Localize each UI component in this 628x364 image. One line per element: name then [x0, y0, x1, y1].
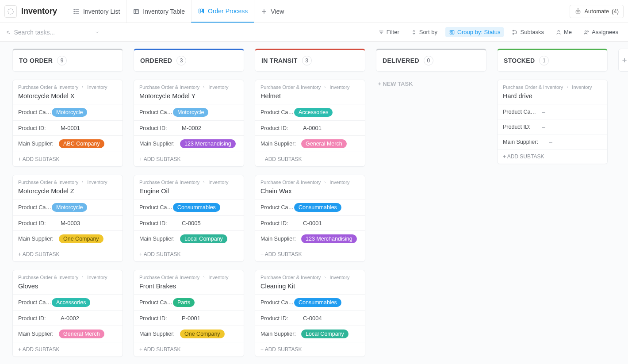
svg-point-31 [585, 31, 587, 32]
search-input[interactable] [14, 29, 92, 36]
robot-icon [574, 8, 582, 15]
field-product-cat-label: Product Cat... [260, 204, 294, 211]
add-subtask-button[interactable]: + ADD SUBTASK [134, 152, 244, 166]
breadcrumb[interactable]: Purchase Order & InventoryInventory [13, 80, 123, 92]
product-cat-pill[interactable]: Accessories [294, 108, 333, 117]
breadcrumb[interactable]: Purchase Order & InventoryInventory [498, 80, 607, 92]
column-header[interactable]: IN TRANSIT3 [255, 49, 365, 72]
supplier-pill[interactable]: One Company [180, 330, 225, 338]
add-subtask-button[interactable]: + ADD SUBTASK [255, 152, 365, 166]
supplier-pill[interactable]: 123 Merchandising [301, 234, 357, 243]
product-cat-pill[interactable]: Consummables [294, 203, 341, 212]
group-by-button[interactable]: Group by: Status [445, 27, 504, 37]
chevron-right-icon [323, 85, 327, 89]
column-header[interactable]: TO ORDER9 [12, 49, 123, 72]
breadcrumb[interactable]: Purchase Order & InventoryInventory [255, 80, 365, 92]
svg-point-29 [513, 33, 514, 34]
column-name: IN TRANSIT [261, 57, 298, 64]
add-subtask-button[interactable]: + ADD SUBTASK [255, 247, 365, 261]
supplier-pill[interactable]: Local Company [180, 234, 227, 243]
task-card[interactable]: Purchase Order & InventoryInventoryFront… [134, 270, 244, 357]
view-tab-list[interactable]: Inventory List [67, 0, 126, 23]
add-subtask-button[interactable]: + ADD SUBTASK [134, 247, 244, 261]
column-header[interactable]: STOCKED1 [497, 49, 608, 72]
breadcrumb[interactable]: Purchase Order & InventoryInventory [13, 175, 123, 187]
card-title: Hard drive [498, 92, 607, 104]
filter-button[interactable]: Filter [375, 27, 403, 37]
chevron-right-icon [566, 85, 569, 89]
assignees-button[interactable]: Assignees [580, 27, 622, 37]
breadcrumb[interactable]: Purchase Order & InventoryInventory [134, 175, 244, 187]
field-product-cat-label: Product Cat... [139, 109, 173, 115]
svg-point-6 [74, 13, 74, 13]
column: DELIVERED0+ NEW TASK [376, 49, 486, 88]
new-task-button[interactable]: + NEW TASK [376, 80, 486, 88]
product-cat-pill[interactable]: Parts [173, 298, 195, 307]
task-card[interactable]: Purchase Order & InventoryInventoryChain… [255, 175, 365, 262]
product-cat-pill[interactable]: Motorcycle [173, 108, 208, 117]
breadcrumb[interactable]: Purchase Order & InventoryInventory [13, 270, 123, 282]
chevron-right-icon [323, 180, 327, 184]
field-main-supplier-label: Main Supplier: [260, 141, 301, 147]
product-cat-pill[interactable]: Motorcycle [52, 108, 87, 117]
add-subtask-button[interactable]: + ADD SUBTASK [13, 342, 123, 356]
product-id-value: P-0001 [173, 315, 200, 322]
task-card[interactable]: Purchase Order & InventoryInventoryHelme… [255, 80, 365, 167]
product-cat-pill[interactable]: Consummables [294, 298, 341, 307]
task-card[interactable]: Purchase Order & InventoryInventoryMotor… [12, 80, 123, 167]
field-product-id-label: Product ID: [18, 125, 52, 131]
task-card[interactable]: Purchase Order & InventoryInventoryGlove… [12, 270, 123, 357]
add-subtask-button[interactable]: + ADD SUBTASK [134, 342, 244, 356]
supplier-pill[interactable]: Local Company [301, 330, 348, 338]
column-header[interactable]: ORDERED3 [134, 49, 244, 72]
breadcrumb[interactable]: Purchase Order & InventoryInventory [255, 270, 365, 282]
chevron-down-icon[interactable] [95, 29, 100, 35]
chevron-right-icon [81, 85, 84, 89]
column-count: 0 [424, 56, 433, 65]
supplier-pill[interactable]: ABC Company [59, 139, 104, 148]
search-box[interactable] [6, 29, 99, 36]
supplier-pill[interactable]: General Merch [301, 139, 347, 148]
view-tab-table[interactable]: Inventory Table [126, 0, 191, 23]
task-card[interactable]: Purchase Order & InventoryInventoryHard … [497, 80, 608, 164]
column-count: 9 [57, 56, 67, 65]
automate-button[interactable]: Automate (4) [570, 5, 624, 18]
column-header[interactable]: DELIVERED0 [376, 49, 486, 72]
column-count: 1 [539, 56, 549, 65]
task-card[interactable]: Purchase Order & InventoryInventoryClean… [255, 270, 365, 357]
breadcrumb[interactable]: Purchase Order & InventoryInventory [134, 80, 244, 92]
field-product-cat-label: Product Cat... [260, 109, 294, 115]
subtasks-button[interactable]: Subtasks [508, 27, 547, 37]
add-subtask-button[interactable]: + ADD SUBTASK [13, 152, 123, 166]
card-title: Motorcycle Model X [13, 92, 123, 104]
field-product-id-label: Product ID: [260, 125, 294, 131]
supplier-pill[interactable]: General Merch [59, 330, 104, 338]
supplier-pill[interactable]: 123 Merchandising [180, 139, 236, 148]
add-subtask-button[interactable]: + ADD SUBTASK [13, 247, 123, 261]
add-column-button[interactable]: + [618, 49, 628, 72]
add-subtask-button[interactable]: + ADD SUBTASK [255, 342, 365, 356]
breadcrumb[interactable]: Purchase Order & InventoryInventory [134, 270, 244, 282]
column: TO ORDER9Purchase Order & InventoryInven… [12, 49, 123, 364]
product-cat-pill[interactable]: Motorcycle [52, 203, 87, 212]
column: STOCKED1Purchase Order & InventoryInvent… [497, 49, 608, 164]
chevron-right-icon [202, 180, 206, 184]
view-tab-add[interactable]: View [254, 0, 290, 23]
breadcrumb[interactable]: Purchase Order & InventoryInventory [255, 175, 365, 187]
filter-label: Filter [387, 29, 399, 35]
task-card[interactable]: Purchase Order & InventoryInventoryEngin… [134, 175, 244, 262]
sort-button[interactable]: Sort by [407, 27, 441, 37]
view-tab-board[interactable]: Order Process [191, 0, 254, 23]
svg-point-32 [587, 31, 588, 32]
product-cat-pill[interactable]: Accessories [52, 298, 90, 307]
board-icon [198, 8, 205, 15]
supplier-pill[interactable]: One Company [59, 234, 103, 243]
svg-point-5 [74, 11, 74, 11]
me-button[interactable]: Me [552, 27, 575, 37]
product-cat-pill[interactable]: Consummables [173, 203, 220, 212]
task-card[interactable]: Purchase Order & InventoryInventoryMotor… [12, 175, 123, 262]
group-icon [449, 29, 455, 35]
add-subtask-button[interactable]: + ADD SUBTASK [498, 149, 607, 164]
topbar: Inventory Inventory ListInventory TableO… [0, 0, 628, 23]
task-card[interactable]: Purchase Order & InventoryInventoryMotor… [134, 80, 244, 167]
